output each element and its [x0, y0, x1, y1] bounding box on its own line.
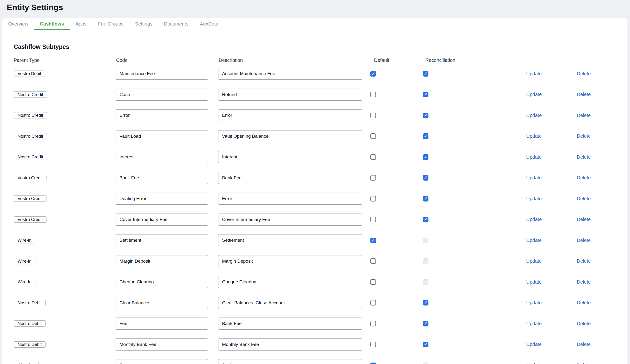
description-input[interactable]: [218, 276, 362, 288]
reconciliation-checkbox[interactable]: ✓: [423, 321, 428, 327]
tab-settings[interactable]: Settings: [129, 18, 158, 30]
tab-fee-groups[interactable]: Fee Groups: [92, 18, 129, 30]
code-input[interactable]: [116, 130, 208, 142]
description-input[interactable]: [218, 130, 362, 142]
parent-type-badge[interactable]: Wire-Out: [14, 362, 39, 364]
delete-link[interactable]: Delete: [577, 342, 591, 347]
parent-type-badge[interactable]: Vostro Credit: [14, 216, 46, 223]
update-link[interactable]: Update: [526, 175, 542, 180]
tab-documents[interactable]: Documents: [158, 18, 194, 30]
description-input[interactable]: [218, 214, 362, 226]
default-checkbox[interactable]: [370, 92, 376, 97]
update-link[interactable]: Update: [526, 342, 542, 347]
default-checkbox[interactable]: ✓: [370, 71, 376, 76]
default-checkbox[interactable]: [370, 279, 376, 285]
reconciliation-checkbox[interactable]: ✓: [423, 133, 428, 139]
delete-link[interactable]: Delete: [577, 113, 591, 118]
parent-type-badge[interactable]: Nostro Debit: [14, 300, 46, 306]
delete-link[interactable]: Delete: [577, 321, 591, 326]
update-link[interactable]: Update: [526, 300, 542, 305]
description-input[interactable]: [218, 297, 362, 309]
update-link[interactable]: Update: [526, 279, 542, 285]
description-input[interactable]: [218, 339, 362, 351]
parent-type-badge[interactable]: Nostro Credit: [14, 112, 47, 118]
delete-link[interactable]: Delete: [577, 71, 591, 76]
default-checkbox[interactable]: [370, 113, 376, 118]
code-input[interactable]: [116, 318, 208, 330]
delete-link[interactable]: Delete: [577, 258, 591, 264]
description-input[interactable]: [218, 109, 362, 121]
delete-link[interactable]: Delete: [577, 175, 591, 180]
parent-type-badge[interactable]: Vostro Credit: [14, 175, 46, 181]
reconciliation-checkbox[interactable]: ✓: [423, 300, 428, 306]
description-input[interactable]: [218, 318, 362, 330]
reconciliation-checkbox[interactable]: ✓: [423, 196, 428, 202]
update-link[interactable]: Update: [526, 217, 542, 222]
default-checkbox[interactable]: [370, 217, 376, 222]
code-input[interactable]: [116, 359, 208, 364]
description-input[interactable]: [218, 172, 362, 184]
delete-link[interactable]: Delete: [577, 300, 591, 305]
update-link[interactable]: Update: [526, 113, 542, 118]
default-checkbox[interactable]: [370, 321, 376, 327]
update-link[interactable]: Update: [526, 196, 542, 201]
description-input[interactable]: [218, 151, 362, 163]
parent-type-badge[interactable]: Wire-In: [14, 237, 36, 243]
update-link[interactable]: Update: [526, 321, 542, 326]
update-link[interactable]: Update: [526, 363, 542, 364]
tab-overview[interactable]: Overview: [2, 18, 34, 30]
parent-type-badge[interactable]: Nostro Debit: [14, 321, 46, 327]
default-checkbox[interactable]: [370, 258, 376, 264]
description-input[interactable]: [218, 359, 362, 364]
code-input[interactable]: [116, 151, 208, 163]
delete-link[interactable]: Delete: [577, 133, 591, 139]
update-link[interactable]: Update: [526, 133, 542, 139]
code-input[interactable]: [116, 214, 208, 226]
description-input[interactable]: [218, 68, 362, 80]
code-input[interactable]: [116, 234, 208, 246]
reconciliation-checkbox[interactable]: ✓: [423, 342, 428, 347]
code-input[interactable]: [116, 255, 208, 267]
delete-link[interactable]: Delete: [577, 217, 591, 222]
reconciliation-checkbox[interactable]: ✓: [423, 217, 428, 222]
code-input[interactable]: [116, 109, 208, 121]
default-checkbox[interactable]: [370, 154, 376, 160]
default-checkbox[interactable]: [370, 175, 376, 181]
default-checkbox[interactable]: [370, 342, 376, 347]
default-checkbox[interactable]: [370, 300, 376, 306]
code-input[interactable]: [116, 193, 208, 205]
delete-link[interactable]: Delete: [577, 154, 591, 160]
parent-type-badge[interactable]: Nostro Credit: [14, 154, 47, 160]
description-input[interactable]: [218, 255, 362, 267]
code-input[interactable]: [116, 89, 208, 101]
parent-type-badge[interactable]: Nostro Debit: [14, 341, 46, 348]
update-link[interactable]: Update: [526, 238, 542, 243]
delete-link[interactable]: Delete: [577, 92, 591, 97]
parent-type-badge[interactable]: Wire-In: [14, 258, 36, 264]
tab-cashflows[interactable]: Cashflows: [34, 18, 70, 30]
reconciliation-checkbox[interactable]: ✓: [423, 113, 428, 118]
delete-link[interactable]: Delete: [577, 196, 591, 201]
default-checkbox[interactable]: ✓: [370, 363, 376, 364]
reconciliation-checkbox[interactable]: ✓: [423, 154, 428, 160]
default-checkbox[interactable]: [370, 133, 376, 139]
code-input[interactable]: [116, 339, 208, 351]
reconciliation-checkbox[interactable]: ✓: [423, 71, 428, 76]
code-input[interactable]: [116, 276, 208, 288]
reconciliation-checkbox[interactable]: ✓: [423, 92, 428, 97]
delete-link[interactable]: Delete: [577, 238, 591, 243]
delete-link[interactable]: Delete: [577, 363, 591, 364]
tab-auxdata[interactable]: AuxData: [194, 18, 224, 30]
code-input[interactable]: [116, 172, 208, 184]
default-checkbox[interactable]: ✓: [370, 238, 376, 243]
tab-apps[interactable]: Apps: [70, 18, 92, 30]
parent-type-badge[interactable]: Vostro Credit: [14, 195, 46, 202]
default-checkbox[interactable]: [370, 196, 376, 202]
parent-type-badge[interactable]: Nostro Credit: [14, 133, 47, 139]
code-input[interactable]: [116, 68, 208, 80]
parent-type-badge[interactable]: Wire-In: [14, 279, 36, 285]
reconciliation-checkbox[interactable]: ✓: [423, 175, 428, 181]
code-input[interactable]: [116, 297, 208, 309]
update-link[interactable]: Update: [526, 258, 542, 264]
parent-type-badge[interactable]: Vostro Debit: [14, 70, 45, 77]
